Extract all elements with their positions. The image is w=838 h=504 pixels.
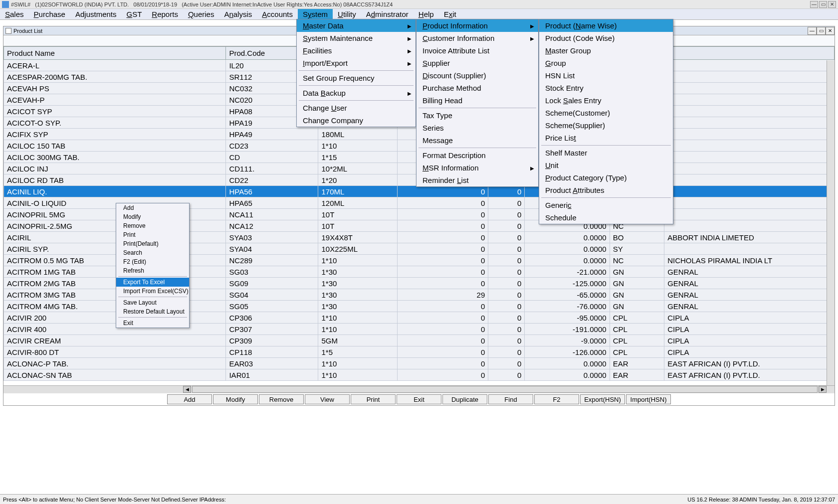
menu-item[interactable]: Import/Export xyxy=(297,57,416,69)
menu-item[interactable]: Invoice Attribute List xyxy=(417,44,538,57)
table-row[interactable]: ACINIL LIQ.HPA56170ML000.0000HP xyxy=(4,186,835,197)
menu-item[interactable]: Scheme(Customer) xyxy=(539,107,673,119)
remove-button[interactable]: Remove xyxy=(259,394,304,404)
menu-item[interactable]: Format Description xyxy=(417,149,538,162)
subwindow-title: Product List xyxy=(13,28,42,34)
menu-separator xyxy=(419,148,536,148)
menu-exit[interactable]: Exit xyxy=(439,9,461,19)
sub-close-button[interactable]: ✕ xyxy=(826,27,835,35)
menu-item[interactable]: Master Group xyxy=(539,44,673,57)
menu-analysis[interactable]: Analysis xyxy=(219,9,257,19)
menu-item[interactable]: Change Company xyxy=(297,114,416,127)
import-hsn--button[interactable]: Import(HSN) xyxy=(626,394,671,404)
horizontal-scrollbar[interactable]: ◀ ▶ xyxy=(3,385,835,393)
menu-system[interactable]: System xyxy=(298,9,333,19)
menu-queries[interactable]: Queries xyxy=(183,9,219,19)
menu-item[interactable]: Stock Entry xyxy=(539,82,673,94)
context-item[interactable]: Remove xyxy=(116,221,189,230)
menu-item[interactable]: Tax Type xyxy=(417,109,538,122)
context-menu: AddModifyRemovePrintPrint(Default)Search… xyxy=(116,203,190,328)
add-button[interactable]: Add xyxy=(167,394,212,404)
context-item[interactable]: Exit xyxy=(116,319,189,328)
menu-reports[interactable]: Reports xyxy=(147,9,183,19)
table-row[interactable]: ACLONAC-SN TABIAR011*10000.0000EAREAST A… xyxy=(4,369,835,381)
context-item[interactable]: Add xyxy=(116,203,189,212)
exit-button[interactable]: Exit xyxy=(397,394,441,404)
context-item[interactable]: Refresh xyxy=(116,266,189,275)
context-item[interactable]: Import From Excel(CSV) xyxy=(116,287,189,296)
menu-item[interactable]: Product Attributes xyxy=(539,184,673,196)
modify-button[interactable]: Modify xyxy=(213,394,258,404)
menu-item[interactable]: Billing Head xyxy=(417,94,538,107)
menu-item[interactable]: Reminder List xyxy=(417,174,538,186)
menu-item[interactable]: Group xyxy=(539,57,673,69)
context-item[interactable]: F2 (Edit) xyxy=(116,257,189,266)
menu-item[interactable]: Scheme(Supplier) xyxy=(539,119,673,132)
menu-item[interactable]: Schedule xyxy=(539,211,673,224)
scroll-thumb[interactable] xyxy=(192,386,818,393)
menu-purchase[interactable]: Purchase xyxy=(29,9,70,19)
menu-item[interactable]: Set Group Frequency xyxy=(297,72,416,84)
menu-separator xyxy=(299,70,414,71)
menu-item[interactable]: Generic xyxy=(539,199,673,211)
menu-item[interactable]: Product Information xyxy=(417,19,538,32)
menu-item[interactable]: Customer Information xyxy=(417,32,538,44)
context-item[interactable]: Print xyxy=(116,230,189,239)
menu-accounts[interactable]: Accounts xyxy=(257,9,298,19)
menu-item[interactable]: Shelf Master xyxy=(539,147,673,159)
menu-item[interactable]: Supplier xyxy=(417,57,538,69)
column-header[interactable] xyxy=(664,47,835,60)
f2-button[interactable]: F2 xyxy=(534,394,579,404)
column-header[interactable]: Product Name xyxy=(4,47,226,60)
table-row[interactable]: ACIVIR CREAMCP3095GM00-9.0000CPLCIPLA xyxy=(4,335,835,346)
context-item[interactable]: Print(Default) xyxy=(116,239,189,248)
menu-item[interactable]: Price List xyxy=(539,132,673,144)
menu-item[interactable]: HSN List xyxy=(539,69,673,82)
sub-minimize-button[interactable]: — xyxy=(808,27,817,35)
menu-separator xyxy=(118,317,187,318)
menu-item[interactable]: Unit xyxy=(539,159,673,171)
view-button[interactable]: View xyxy=(305,394,350,404)
menu-item[interactable]: Product Category (Type) xyxy=(539,171,673,184)
menu-item[interactable]: Product (Code Wise) xyxy=(539,32,673,44)
context-item[interactable]: Search xyxy=(116,248,189,257)
minimize-button[interactable]: — xyxy=(810,1,818,8)
menu-adminstrator[interactable]: Adminstrator xyxy=(361,9,414,19)
menu-item[interactable]: Facilities xyxy=(297,44,416,57)
sub-maximize-button[interactable]: ▭ xyxy=(817,27,826,35)
menu-item[interactable]: Lock Sales Entry xyxy=(539,94,673,107)
close-button[interactable]: ✕ xyxy=(828,1,836,8)
menu-item[interactable]: Product (Name Wise) xyxy=(539,19,673,32)
menu-item[interactable]: Message xyxy=(417,134,538,147)
menu-item[interactable]: MSR Information xyxy=(417,162,538,174)
context-item[interactable]: Save Layout xyxy=(116,298,189,307)
menu-item[interactable]: System Maintenance xyxy=(297,32,416,44)
menu-adjustments[interactable]: Adjustments xyxy=(70,9,122,19)
context-item[interactable]: Restore Default Layout xyxy=(116,307,189,316)
menu-utility[interactable]: Utility xyxy=(333,9,361,19)
context-item[interactable]: Modify xyxy=(116,212,189,221)
titlebar-app: #SWIL# xyxy=(11,1,30,7)
menu-item[interactable]: Series xyxy=(417,122,538,134)
master-data-menu: Product InformationCustomer InformationI… xyxy=(416,19,539,187)
export-hsn--button[interactable]: Export(HSN) xyxy=(580,394,625,404)
menu-sales[interactable]: Sales xyxy=(0,9,29,19)
menu-item[interactable]: Data Backup xyxy=(297,87,416,99)
context-item[interactable]: Export To Excel xyxy=(116,278,189,287)
menu-help[interactable]: Help xyxy=(414,9,439,19)
menu-item[interactable]: Discount (Supplier) xyxy=(417,69,538,82)
menu-item[interactable]: Purchase Method xyxy=(417,82,538,94)
print-button[interactable]: Print xyxy=(351,394,396,404)
maximize-button[interactable]: ▭ xyxy=(819,1,827,8)
menu-separator xyxy=(299,100,414,101)
menu-item[interactable]: Change User xyxy=(297,102,416,114)
scroll-right-icon[interactable]: ▶ xyxy=(819,386,827,393)
vertical-scrollbar[interactable] xyxy=(827,60,835,385)
menu-item[interactable]: Master Data xyxy=(297,19,416,32)
table-row[interactable]: ACLONAC-P TAB.EAR031*10000.0000EAREAST A… xyxy=(4,358,835,369)
scroll-left-icon[interactable]: ◀ xyxy=(183,386,191,393)
find-button[interactable]: Find xyxy=(488,394,533,404)
table-row[interactable]: ACIVIR-800 DTCP1181*500-126.0000CPLCIPLA xyxy=(4,346,835,358)
menu-gst[interactable]: GST xyxy=(122,9,147,19)
duplicate-button[interactable]: Duplicate xyxy=(442,394,487,404)
